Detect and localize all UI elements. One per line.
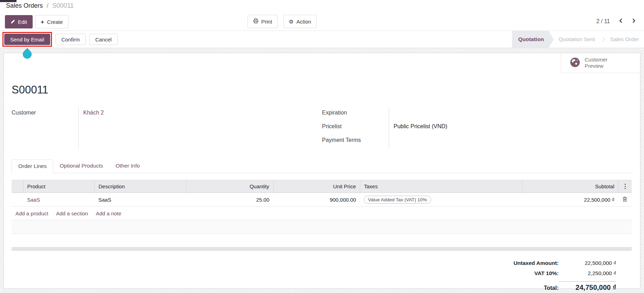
edit-button[interactable]: Edit	[5, 15, 33, 28]
row-handle-cell	[12, 193, 23, 207]
totals-panel: Untaxed Amount: 22,500,000 ₫ VAT 10%: 2,…	[12, 260, 632, 292]
total-value: 24,750,000 ₫	[559, 281, 616, 292]
add-a-product-link[interactable]: Add a product	[15, 210, 48, 216]
column-options-header[interactable]	[618, 180, 632, 193]
annotation-highlight-box: Send by Email	[2, 32, 52, 47]
total-row: Total: 24,750,000 ₫	[544, 280, 616, 292]
expiration-value	[389, 108, 632, 122]
add-a-note-link[interactable]: Add a note	[96, 210, 121, 216]
confirm-button[interactable]: Confirm	[55, 34, 86, 45]
untaxed-amount-value: 22,500,000 ₫	[559, 260, 616, 266]
statusbar-buttons: Send by Email Confirm Cancel	[4, 32, 118, 47]
column-header-subtotal[interactable]: Subtotal	[522, 180, 618, 193]
row-quantity-cell: 25.00	[186, 193, 273, 207]
payment-terms-label: Payment Terms	[322, 135, 389, 149]
untaxed-amount-row: Untaxed Amount: 22,500,000 ₫	[513, 260, 616, 270]
field-groups: Customer Khách 2 Expiration Pricelist Pa…	[12, 108, 632, 149]
breadcrumb: Sales Orders / S00011	[6, 2, 74, 9]
column-header-description[interactable]: Description	[94, 180, 186, 193]
stage-separator-chevron-icon	[600, 37, 605, 42]
row-subtotal-cell: 22,500,000 ₫	[522, 193, 618, 207]
vat-row: VAT 10%: 2,250,000 ₫	[534, 270, 616, 280]
order-lines-table: Product Description Quantity Unit Price …	[12, 180, 632, 234]
tab-order-lines[interactable]: Order Lines	[12, 159, 53, 173]
column-header-quantity[interactable]: Quantity	[186, 180, 273, 193]
pencil-icon	[11, 19, 15, 25]
column-options-icon[interactable]	[623, 184, 628, 189]
stage-sales-order[interactable]: Sales Order	[605, 31, 644, 48]
expiration-label: Expiration	[322, 108, 389, 122]
empty-table-row	[12, 220, 632, 234]
statusbar-stages: Quotation Quotation Sent Sales Order	[512, 31, 644, 48]
notebook-tabs: Order Lines Optional Products Other Info	[12, 159, 632, 173]
list-resize-bar	[12, 247, 632, 251]
pager-previous-button[interactable]	[614, 15, 627, 28]
print-button[interactable]: Print	[248, 15, 278, 28]
action-button[interactable]: ⚙ Action	[283, 15, 317, 28]
customer-preview-button[interactable]: Customer Preview	[561, 53, 640, 73]
pricelist-value: Public Pricelist (VND)	[389, 122, 632, 135]
chevron-right-icon	[631, 18, 636, 24]
create-button[interactable]: + Create	[35, 15, 68, 28]
create-button-label: Create	[47, 19, 63, 25]
stage-quotation[interactable]: Quotation	[512, 31, 554, 48]
pricelist-label: Pricelist	[322, 122, 389, 135]
action-button-label: Action	[296, 19, 311, 25]
breadcrumb-separator: /	[47, 2, 48, 9]
tab-optional-products[interactable]: Optional Products	[53, 159, 109, 173]
column-header-taxes[interactable]: Taxes	[360, 180, 522, 193]
column-header-unit-price[interactable]: Unit Price	[273, 180, 360, 193]
pager: 2 / 11	[596, 15, 640, 28]
trash-icon	[622, 198, 627, 203]
tab-other-info[interactable]: Other Info	[109, 159, 146, 173]
page-title: S00011	[12, 83, 632, 96]
payment-terms-value	[389, 135, 632, 149]
column-header-product[interactable]: Product	[23, 180, 94, 193]
form-sheet: Customer Preview S00011 Customer Khách 2…	[4, 53, 640, 289]
handle-column-header	[12, 180, 23, 193]
table-header-row: Product Description Quantity Unit Price …	[12, 180, 632, 193]
vat-value: 2,250,000 ₫	[559, 270, 616, 276]
add-a-section-link[interactable]: Add a section	[56, 210, 88, 216]
right-field-group: Expiration Pricelist Payment Terms Publi…	[322, 108, 632, 149]
tax-badge: Value Added Tax (VAT) 10%	[364, 196, 431, 204]
table-row[interactable]: SaaS SaaS 25.00 900,000.00 Value Added T…	[12, 193, 632, 207]
cancel-button[interactable]: Cancel	[89, 34, 118, 45]
customer-label: Customer	[12, 108, 78, 122]
pager-buttons	[614, 15, 640, 28]
customer-preview-label: Customer Preview	[585, 57, 607, 69]
stage-quotation-sent[interactable]: Quotation Sent	[554, 31, 600, 48]
total-label: Total:	[544, 285, 559, 291]
row-description-cell: SaaS	[94, 193, 186, 207]
untaxed-amount-label: Untaxed Amount:	[513, 260, 559, 266]
vat-label: VAT 10%:	[534, 270, 559, 276]
left-field-group: Customer Khách 2	[12, 108, 322, 149]
edit-create-group: Edit + Create	[5, 15, 68, 28]
print-button-label: Print	[261, 19, 272, 25]
globe-icon	[570, 57, 580, 69]
statusbar: Send by Email Confirm Cancel Quotation Q…	[0, 31, 644, 48]
row-product-link[interactable]: SaaS	[27, 197, 40, 203]
pager-count: 2 / 11	[596, 18, 610, 25]
row-unit-price-cell: 900,000.00	[273, 193, 360, 207]
control-panel: Sales Orders / S00011 Edit + Create Prin…	[0, 0, 644, 31]
pager-next-button[interactable]	[627, 15, 640, 28]
breadcrumb-current: S00011	[52, 2, 74, 9]
print-action-group: Print ⚙ Action	[248, 15, 317, 28]
chevron-left-icon	[618, 18, 623, 24]
breadcrumb-parent[interactable]: Sales Orders	[6, 2, 43, 9]
gear-icon: ⚙	[289, 19, 294, 24]
plus-icon: +	[41, 19, 44, 25]
printer-icon	[253, 18, 258, 25]
edit-button-label: Edit	[18, 19, 27, 25]
send-by-email-button[interactable]: Send by Email	[4, 34, 50, 45]
delete-row-button[interactable]	[622, 196, 627, 203]
customer-value-link[interactable]: Khách 2	[83, 110, 104, 116]
table-footer-links-row: Add a product Add a section Add a note	[12, 207, 632, 220]
